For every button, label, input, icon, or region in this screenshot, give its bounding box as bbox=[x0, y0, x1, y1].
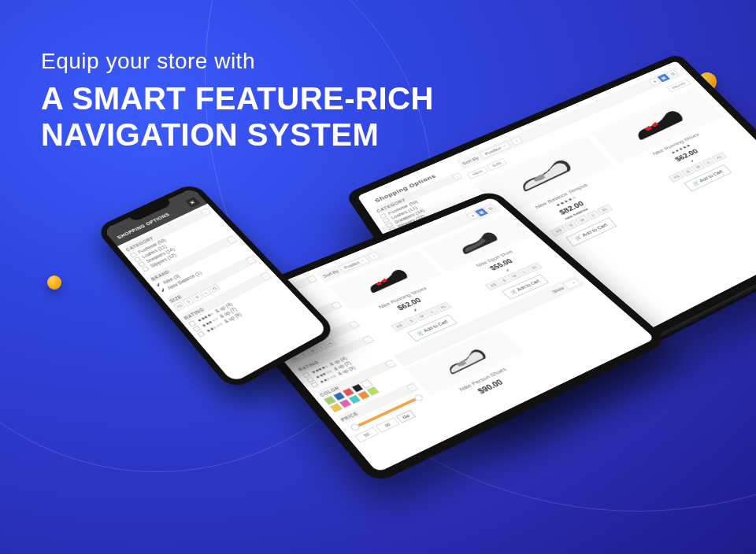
price-max-input[interactable] bbox=[376, 417, 400, 433]
sort-direction-button[interactable]: ↑ bbox=[367, 252, 381, 260]
product-size-option[interactable]: XS bbox=[550, 225, 567, 237]
sort-direction-button[interactable]: ↑ bbox=[510, 136, 524, 146]
close-icon[interactable]: ✕ bbox=[185, 197, 200, 208]
show-select[interactable] bbox=[562, 278, 581, 290]
product-size-option[interactable]: XL bbox=[596, 204, 613, 215]
sort-select[interactable]: Position bbox=[338, 256, 370, 272]
headline-sub: Equip your store with bbox=[41, 49, 434, 74]
headline-line2: NAVIGATION SYSTEM bbox=[41, 116, 434, 153]
headline-line1: A SMART FEATURE-RICH bbox=[41, 80, 434, 116]
sort-by-label: Sort By bbox=[461, 156, 480, 165]
marketing-headline: Equip your store with A SMART FEATURE-RI… bbox=[41, 49, 434, 153]
price-go-button[interactable]: Go bbox=[396, 410, 417, 423]
decorative-orb bbox=[47, 275, 61, 290]
show-label: Show bbox=[551, 286, 565, 294]
